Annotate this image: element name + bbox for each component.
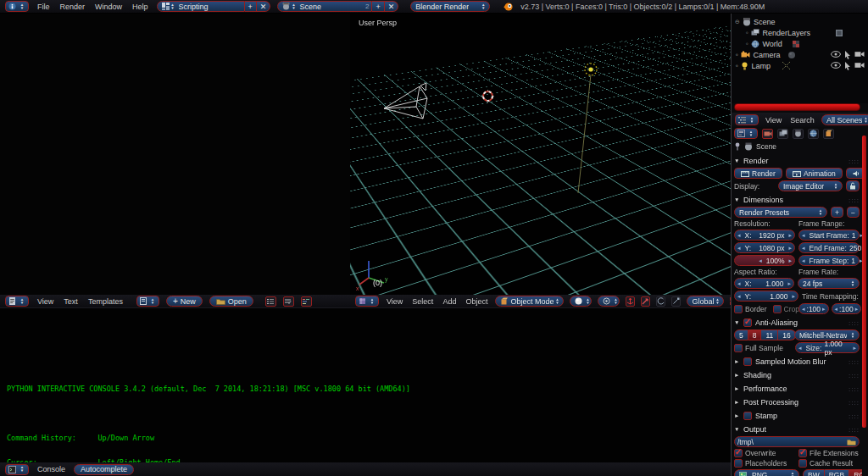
editor-type-button[interactable] xyxy=(5,1,29,12)
panel-grip-icon[interactable] xyxy=(849,398,860,407)
renderability-camera-icon[interactable] xyxy=(854,51,865,59)
panel-header-sampled-motion-blur[interactable]: ► Sampled Motion Blur xyxy=(734,356,860,367)
remove-preset-button[interactable]: − xyxy=(847,207,860,218)
outliner-item-scene[interactable]: ⊖ Scene xyxy=(732,16,868,27)
python-console-canvas[interactable]: PYTHON INTERACTIVE CONSOLE 3.4.2 (defaul… xyxy=(0,307,731,463)
panel-header-render[interactable]: ▼ Render xyxy=(734,155,860,166)
rotate-manipulator-button[interactable] xyxy=(656,296,665,307)
antialiasing-checkbox[interactable] xyxy=(743,318,752,327)
close-layout-button[interactable]: ✕ xyxy=(257,1,271,12)
remap-old-field[interactable]: :100 xyxy=(798,303,829,314)
3d-viewport-canvas[interactable]: User Persp xyxy=(350,14,731,295)
tab-world[interactable] xyxy=(808,129,819,139)
tab-render-layers[interactable] xyxy=(777,129,788,139)
panel-header-performance[interactable]: ► Performance xyxy=(734,383,860,394)
file-extensions-checkbox[interactable] xyxy=(798,449,807,457)
text-datablock-browse-button[interactable] xyxy=(136,296,159,307)
render-presets-selector[interactable]: Render Presets xyxy=(734,207,827,218)
cache-result-checkbox[interactable] xyxy=(798,459,807,468)
collapse-icon[interactable]: ⊖ xyxy=(735,19,740,25)
full-sample-checkbox[interactable] xyxy=(734,344,743,352)
motion-blur-checkbox[interactable] xyxy=(743,357,752,366)
output-path-field[interactable]: /tmp\ xyxy=(734,436,860,447)
stamp-checkbox[interactable] xyxy=(743,412,752,420)
outliner-item-camera[interactable]: ∘ Camera xyxy=(732,49,868,60)
collapse-icon[interactable]: ∘ xyxy=(735,63,738,69)
channels-rgb[interactable]: RGB xyxy=(825,469,849,476)
panel-grip-icon[interactable] xyxy=(849,371,860,379)
panel-grip-icon[interactable] xyxy=(849,412,860,420)
remap-new-field[interactable]: :100 xyxy=(832,303,862,314)
aa-samples-11[interactable]: 11 xyxy=(761,329,778,340)
menu-help[interactable]: Help xyxy=(131,3,150,11)
placeholders-checkbox[interactable] xyxy=(734,459,743,468)
menu-select[interactable]: Select xyxy=(410,297,435,306)
display-selector[interactable]: Image Editor xyxy=(778,180,843,191)
selectability-cursor-icon[interactable] xyxy=(844,62,851,70)
visibility-eye-icon[interactable] xyxy=(831,51,841,59)
panel-grip-icon[interactable] xyxy=(849,425,860,434)
panel-header-dimensions[interactable]: ▼ Dimensions xyxy=(734,194,860,205)
border-checkbox[interactable] xyxy=(734,305,743,313)
close-scene-button[interactable]: ✕ xyxy=(385,1,399,12)
aspect-x-field[interactable]: X:1.000 xyxy=(734,278,794,289)
overwrite-checkbox[interactable] xyxy=(734,449,743,457)
pin-icon[interactable] xyxy=(734,142,741,151)
renderability-camera-icon[interactable] xyxy=(854,62,865,70)
render-engine-selector[interactable]: Blender Render xyxy=(410,1,490,12)
aa-samples-5[interactable]: 5 xyxy=(734,329,748,340)
editor-type-button[interactable] xyxy=(5,464,29,475)
resolution-y-field[interactable]: Y:1080 px xyxy=(734,242,795,253)
visibility-eye-icon[interactable] xyxy=(831,62,841,70)
start-frame-field[interactable]: Start Frame:1 xyxy=(798,230,860,241)
menu-render[interactable]: Render xyxy=(58,3,87,11)
selectability-cursor-icon[interactable] xyxy=(844,51,851,59)
display-lock-button[interactable] xyxy=(846,180,860,191)
syntax-highlight-toggle[interactable] xyxy=(301,296,312,307)
panel-header-output[interactable]: ▼ Output xyxy=(734,423,860,434)
open-text-button[interactable]: Open xyxy=(209,296,253,307)
menu-console[interactable]: Console xyxy=(36,465,67,473)
frame-step-field[interactable]: Frame Step:1 xyxy=(798,255,860,266)
outliner-item-renderlayers[interactable]: ∘ RenderLayers xyxy=(732,27,868,38)
menu-search[interactable]: Search xyxy=(788,116,816,125)
menu-view[interactable]: View xyxy=(36,297,55,306)
tab-scene[interactable] xyxy=(793,129,804,139)
aa-size-field[interactable]: Size:1.000 px xyxy=(795,342,860,353)
menu-text[interactable]: Text xyxy=(62,297,80,306)
word-wrap-toggle[interactable] xyxy=(283,296,294,307)
line-numbers-toggle[interactable] xyxy=(265,296,276,307)
text-editor-canvas[interactable] xyxy=(0,14,351,295)
panel-header-stamp[interactable]: ► Stamp xyxy=(734,410,860,421)
resolution-scale-slider[interactable]: 100% xyxy=(734,255,795,266)
add-layout-button[interactable]: + xyxy=(245,1,257,12)
outliner-item-world[interactable]: ∘ World xyxy=(732,38,868,49)
fps-selector[interactable]: 24 fps xyxy=(798,278,860,289)
tab-render[interactable] xyxy=(762,129,773,139)
aa-samples-16[interactable]: 16 xyxy=(778,329,795,340)
render-button[interactable]: Render xyxy=(734,168,782,179)
scene-selector[interactable]: Scene 2 xyxy=(277,1,372,12)
manipulator-toggle[interactable] xyxy=(626,296,635,307)
new-text-button[interactable]: + New xyxy=(166,296,203,307)
screen-layout-selector[interactable]: Scripting xyxy=(157,1,245,12)
panel-header-shading[interactable]: ► Shading xyxy=(734,369,860,380)
menu-add[interactable]: Add xyxy=(441,297,458,306)
autocomplete-button[interactable]: Autocomplete xyxy=(74,464,134,475)
menu-window[interactable]: Window xyxy=(93,3,124,11)
outliner-horizontal-scrollbar[interactable] xyxy=(734,103,860,111)
mode-selector[interactable]: Object Mode xyxy=(495,296,564,307)
panel-grip-icon[interactable] xyxy=(849,357,860,366)
aa-samples-8[interactable]: 8 xyxy=(748,329,762,340)
end-frame-field[interactable]: End Frame:250 xyxy=(798,242,860,253)
outliner[interactable]: ⊖ Scene ∘ RenderLayers ∘ World xyxy=(732,14,868,103)
aspect-y-field[interactable]: Y:1.000 xyxy=(734,291,798,302)
render-animation-button[interactable]: Animation xyxy=(786,168,843,179)
panel-grip-icon[interactable] xyxy=(849,157,860,165)
panel-grip-icon[interactable] xyxy=(849,318,860,327)
menu-file[interactable]: File xyxy=(36,3,52,11)
menu-object[interactable]: Object xyxy=(464,297,489,306)
properties-vertical-scrollbar[interactable] xyxy=(862,136,866,428)
resolution-x-field[interactable]: X:1920 px xyxy=(734,230,795,241)
panel-grip-icon[interactable] xyxy=(849,196,860,204)
